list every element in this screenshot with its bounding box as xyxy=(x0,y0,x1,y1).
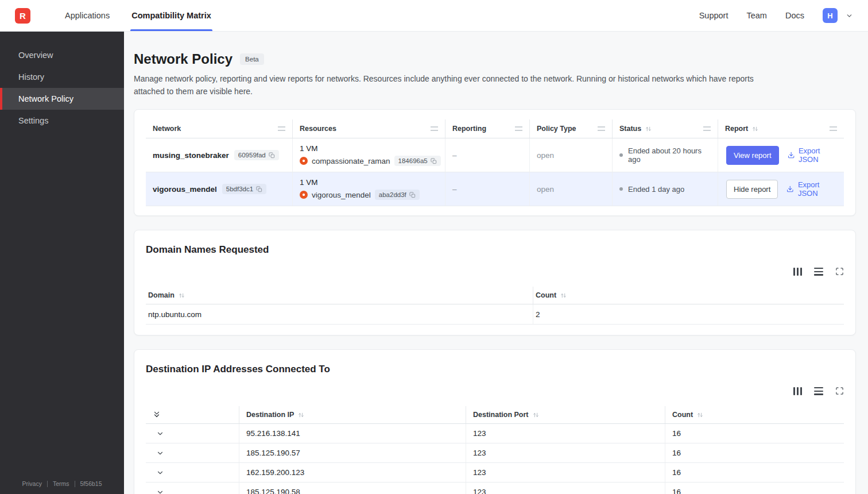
sort-icon[interactable] xyxy=(752,126,758,132)
sort-icon[interactable] xyxy=(179,292,185,299)
drag-handle-icon[interactable] xyxy=(515,126,522,131)
destination-port-value: 123 xyxy=(466,483,665,494)
chevron-down-icon[interactable] xyxy=(846,12,853,20)
sidebar-item-network-policy[interactable]: Network Policy xyxy=(0,88,124,110)
column-header-policy-type[interactable]: Policy Type xyxy=(530,119,613,138)
copy-icon[interactable] xyxy=(256,186,262,192)
report-cell: View report Export JSON xyxy=(718,138,844,172)
column-header-label: Status xyxy=(619,125,641,133)
column-header-label: Report xyxy=(725,125,748,133)
sort-icon[interactable] xyxy=(697,412,703,418)
footer-divider xyxy=(75,481,75,487)
nav-applications[interactable]: Applications xyxy=(65,0,110,31)
column-header-network[interactable]: Network xyxy=(146,119,293,138)
domain-table-header: Domain Count xyxy=(146,287,844,304)
column-header-label: Destination Port xyxy=(473,411,529,419)
report-cell: Hide report Export JSON xyxy=(718,172,844,206)
column-header-label: Resources xyxy=(300,125,336,133)
columns-icon[interactable] xyxy=(793,387,802,395)
export-json-link[interactable]: Export JSON xyxy=(786,180,837,198)
nav-docs[interactable]: Docs xyxy=(785,11,804,20)
column-header-count[interactable]: Count xyxy=(533,287,844,304)
resources-cell: 1 VM vigorous_mendel aba2dd3f xyxy=(293,172,445,206)
sort-icon[interactable] xyxy=(645,126,652,132)
table-toolbar xyxy=(146,387,844,395)
view-report-button[interactable]: View report xyxy=(726,146,779,165)
network-policy-table-card: Network Resources Reporting Policy Type xyxy=(134,109,856,216)
sort-icon[interactable] xyxy=(533,412,539,418)
resource-id-badge[interactable]: aba2dd3f xyxy=(375,190,420,200)
sidebar-item-settings[interactable]: Settings xyxy=(0,110,124,132)
count-value: 16 xyxy=(665,483,844,494)
download-icon xyxy=(786,185,794,193)
drag-handle-icon[interactable] xyxy=(431,126,438,131)
column-header-status[interactable]: Status xyxy=(613,119,718,138)
sort-icon[interactable] xyxy=(560,292,567,299)
status-cell: Ended 1 day ago xyxy=(613,172,718,206)
column-header-resources[interactable]: Resources xyxy=(293,119,445,138)
expand-icon[interactable] xyxy=(835,267,844,276)
hide-report-button[interactable]: Hide report xyxy=(726,180,778,199)
network-id-badge[interactable]: 5bdf3dc1 xyxy=(222,184,266,194)
ip-table-row: 95.216.138.141 123 16 xyxy=(146,424,844,443)
sidebar-item-overview[interactable]: Overview xyxy=(0,44,124,66)
sidebar: Overview History Network Policy Settings… xyxy=(0,32,124,494)
row-expand-chevron-down-icon[interactable] xyxy=(155,468,165,478)
row-expand-chevron-down-icon[interactable] xyxy=(155,429,165,439)
column-header-domain[interactable]: Domain xyxy=(146,287,533,304)
ip-table-header: Destination IP Destination Port Count xyxy=(146,406,844,424)
resource-id: aba2dd3f xyxy=(379,191,406,198)
sidebar-item-history[interactable]: History xyxy=(0,66,124,88)
rows-density-icon[interactable] xyxy=(814,268,823,276)
table-toolbar xyxy=(146,267,844,276)
nav-team[interactable]: Team xyxy=(746,11,766,20)
export-json-label: Export JSON xyxy=(799,146,837,164)
network-name: musing_stonebraker xyxy=(153,151,229,160)
row-expand-chevron-down-icon[interactable] xyxy=(155,448,165,458)
domain-value: ntp.ubuntu.com xyxy=(146,304,533,324)
columns-icon[interactable] xyxy=(793,268,802,276)
sort-icon[interactable] xyxy=(298,412,304,418)
drag-handle-icon[interactable] xyxy=(703,126,711,131)
column-header-report[interactable]: Report xyxy=(718,119,844,138)
column-header-destination-port[interactable]: Destination Port xyxy=(466,406,665,423)
user-avatar[interactable]: H xyxy=(823,8,838,23)
rows-density-icon[interactable] xyxy=(814,387,823,395)
nav-compatibility-matrix[interactable]: Compatibility Matrix xyxy=(131,0,211,31)
status-dot xyxy=(619,153,623,157)
copy-icon[interactable] xyxy=(409,192,416,198)
status-text: Ended about 20 hours ago xyxy=(628,146,711,164)
copy-icon[interactable] xyxy=(431,158,437,164)
ip-table-row: 185.125.190.57 123 16 xyxy=(146,443,844,463)
column-header-reporting[interactable]: Reporting xyxy=(445,119,530,138)
destination-port-value: 123 xyxy=(466,443,665,462)
reporting-value: – xyxy=(445,138,530,172)
column-header-label: Domain xyxy=(148,291,175,299)
column-header-label: Count xyxy=(672,411,693,419)
column-header-expand-all[interactable] xyxy=(146,406,239,423)
resource-id-badge[interactable]: 184696a5 xyxy=(394,156,441,166)
column-header-destination-ip[interactable]: Destination IP xyxy=(239,406,466,423)
app-logo[interactable]: R xyxy=(15,8,30,24)
drag-handle-icon[interactable] xyxy=(598,126,605,131)
row-expand-chevron-down-icon[interactable] xyxy=(155,487,165,494)
policy-type-value: open xyxy=(530,172,613,206)
ip-table-row: 185.125.190.58 123 16 xyxy=(146,483,844,494)
download-icon xyxy=(788,151,795,159)
double-chevron-down-icon[interactable] xyxy=(153,410,161,419)
column-header-label: Network xyxy=(153,125,181,133)
network-id: 5bdf3dc1 xyxy=(226,186,253,192)
nav-support[interactable]: Support xyxy=(699,11,728,20)
export-json-link[interactable]: Export JSON xyxy=(788,146,837,164)
terms-link[interactable]: Terms xyxy=(53,480,69,487)
copy-icon[interactable] xyxy=(269,152,275,159)
network-id-badge[interactable]: 60959fad xyxy=(234,150,279,160)
destination-port-value: 123 xyxy=(466,463,665,482)
destination-ip-card: Destination IP Addresses Connected To De… xyxy=(134,349,856,494)
privacy-link[interactable]: Privacy xyxy=(22,480,42,487)
expand-icon[interactable] xyxy=(835,387,844,395)
drag-handle-icon[interactable] xyxy=(278,126,285,131)
status-dot xyxy=(619,187,623,191)
column-header-count[interactable]: Count xyxy=(665,406,844,423)
drag-handle-icon[interactable] xyxy=(830,126,837,131)
